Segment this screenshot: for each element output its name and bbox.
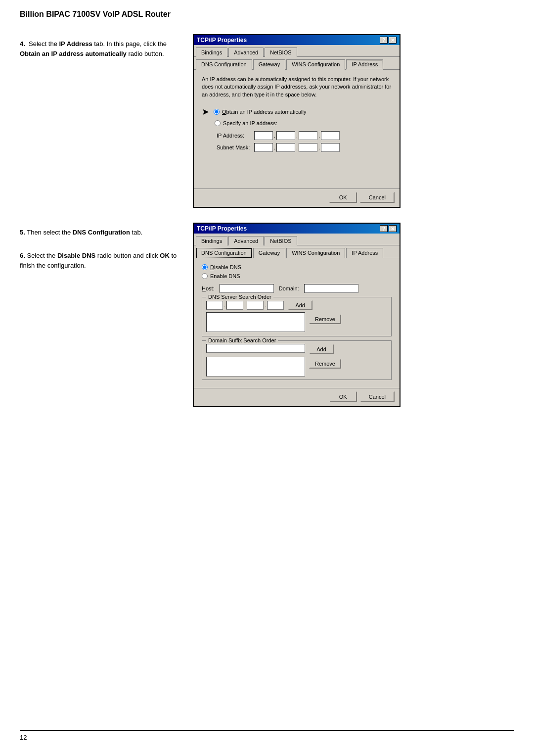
domain-suffix-add-btn[interactable]: Add	[309, 344, 334, 354]
dns-server-list[interactable]	[206, 312, 305, 332]
domain-suffix-label: Domain Suffix Search Order	[206, 337, 278, 343]
ip-address-bold: IP Address	[59, 40, 92, 47]
ip-address-inputs: . . .	[254, 131, 340, 140]
section-2: 5. Then select the DNS Configuration tab…	[20, 223, 514, 407]
dialog-col-1: TCP/IP Properties ? ✕ Bindings Advanced …	[193, 34, 514, 208]
ip-octet-2[interactable]	[276, 131, 295, 140]
dialog2-close-btn[interactable]: ✕	[389, 225, 397, 232]
radio-obtain-ip-label: Obtain an IP address automatically	[222, 109, 306, 115]
host-label: Host:	[202, 285, 215, 291]
dialog-col-2: TCP/IP Properties ? ✕ Bindings Advanced …	[193, 223, 514, 407]
radio-obtain-ip-input[interactable]	[214, 109, 220, 115]
domain-suffix-list[interactable]	[206, 357, 305, 377]
dialog1-ok-btn[interactable]: OK	[329, 192, 357, 203]
tab-advanced-1[interactable]: Advanced	[228, 47, 264, 57]
subnet-octet-2[interactable]	[276, 143, 295, 152]
subnet-octet-3[interactable]	[299, 143, 317, 152]
ip-octet-4[interactable]	[321, 131, 340, 140]
dialog1-help-btn[interactable]: ?	[380, 37, 388, 44]
tab-bindings-2[interactable]: Bindings	[196, 236, 227, 245]
dns-server-input-row: . . . Add	[206, 300, 387, 310]
dialog1-cancel-btn[interactable]: Cancel	[360, 192, 395, 203]
obtain-ip-bold: Obtain an IP address automatically	[20, 50, 127, 57]
dialog2-body: Disable DNS Enable DNS Host: Domain:	[194, 258, 400, 388]
tab-bindings-1[interactable]: Bindings	[196, 47, 227, 57]
dialog1-controls: ? ✕	[380, 37, 397, 44]
dialog2-footer: OK Cancel	[194, 388, 400, 406]
radio-obtain-ip: ➤ Obtain an IP address automatically	[202, 106, 392, 117]
dialog1-close-btn[interactable]: ✕	[389, 37, 397, 44]
dns-radio-group: Disable DNS Enable DNS	[202, 264, 392, 279]
dialog2-cancel-btn[interactable]: Cancel	[360, 391, 395, 402]
radio-group-1: ➤ Obtain an IP address automatically Spe…	[202, 106, 392, 126]
dialog1-tabs-row2: DNS Configuration Gateway WINS Configura…	[194, 57, 400, 70]
ip-address-field-row: IP Address: . . .	[217, 131, 392, 140]
tab-ip-address-1[interactable]: IP Address	[346, 59, 383, 70]
tab-gateway-1[interactable]: Gateway	[253, 59, 285, 70]
dialog2-help-btn[interactable]: ?	[380, 225, 388, 232]
subnet-octet-1[interactable]	[254, 143, 273, 152]
page-header: Billion BIPAC 7100SV VoIP ADSL Router	[20, 10, 514, 24]
dialog2-tabs: Bindings Advanced NetBIOS DNS Configurat…	[194, 234, 400, 258]
tab-ip-address-2[interactable]: IP Address	[346, 248, 383, 258]
domain-input[interactable]	[304, 284, 358, 293]
host-domain-row: Host: Domain:	[202, 284, 392, 293]
radio-specify-ip-input[interactable]	[215, 120, 221, 126]
domain-suffix-group: Domain Suffix Search Order Add Remove	[202, 340, 392, 380]
dialog2-ok-btn[interactable]: OK	[329, 391, 357, 402]
tab-dns-config-1[interactable]: DNS Configuration	[196, 59, 252, 70]
radio-specify-ip: Specify an IP address:	[215, 120, 392, 126]
subnet-mask-label: Subnet Mask:	[217, 144, 251, 150]
dns-server-octet-4[interactable]	[267, 301, 284, 310]
dialog2-controls: ? ✕	[380, 225, 397, 232]
text-col-1: 4. Select the IP Address tab. In this pa…	[20, 34, 178, 62]
ip-octet-1[interactable]	[254, 131, 273, 140]
radio-enable-dns: Enable DNS	[202, 273, 392, 279]
ip-octet-3[interactable]	[299, 131, 317, 140]
dialog2-titlebar: TCP/IP Properties ? ✕	[194, 224, 400, 234]
dialog1-titlebar: TCP/IP Properties ? ✕	[194, 35, 400, 45]
text-col-2: 5. Then select the DNS Configuration tab…	[20, 223, 178, 274]
step-5-text: 5. Then select the DNS Configuration tab…	[20, 228, 178, 237]
radio-disable-dns-label: Disable DNS	[210, 264, 241, 270]
ok-bold: OK	[160, 252, 170, 259]
tab-wins-2[interactable]: WINS Configuration	[286, 248, 345, 258]
subnet-mask-field-row: Subnet Mask: . . .	[217, 143, 392, 152]
tab-netbios-2[interactable]: NetBIOS	[265, 236, 297, 245]
arrow-icon: ➤	[202, 106, 209, 117]
dns-server-octet-1[interactable]	[206, 301, 223, 310]
dns-config-bold: DNS Configuration	[73, 229, 130, 236]
dns-server-octet-3[interactable]	[247, 301, 264, 310]
radio-disable-dns: Disable DNS	[202, 264, 392, 270]
dialog1-tabs-row1: Bindings Advanced NetBIOS	[194, 45, 400, 57]
tab-netbios-1[interactable]: NetBIOS	[265, 47, 297, 57]
page-title: Billion BIPAC 7100SV VoIP ADSL Router	[20, 10, 514, 19]
tab-wins-1[interactable]: WINS Configuration	[286, 59, 345, 70]
disable-dns-bold: Disable DNS	[57, 252, 95, 259]
domain-suffix-remove-btn[interactable]: Remove	[309, 359, 341, 369]
dns-server-list-row: Remove	[206, 312, 387, 333]
tab-gateway-2[interactable]: Gateway	[253, 248, 285, 258]
page-number: 12	[20, 734, 27, 741]
dialog1-footer: OK Cancel	[194, 189, 400, 207]
radio-enable-dns-label: Enable DNS	[210, 273, 240, 279]
dns-server-octet-2[interactable]	[226, 301, 243, 310]
dns-server-search-label: DNS Server Search Order	[206, 294, 273, 300]
tab-dns-config-2[interactable]: DNS Configuration	[196, 248, 252, 258]
dns-server-remove-btn[interactable]: Remove	[309, 314, 341, 324]
dns-server-ip-field: . . .	[206, 301, 284, 310]
radio-enable-dns-input[interactable]	[202, 273, 208, 279]
dialog1-body: An IP address can be automatically assig…	[194, 70, 400, 189]
domain-suffix-input[interactable]	[206, 344, 305, 353]
section-1: 4. Select the IP Address tab. In this pa…	[20, 34, 514, 208]
tab-advanced-2[interactable]: Advanced	[228, 236, 264, 245]
host-input[interactable]	[220, 284, 274, 293]
dns-server-add-btn[interactable]: Add	[288, 300, 312, 310]
tcpip-dialog-1: TCP/IP Properties ? ✕ Bindings Advanced …	[193, 34, 400, 208]
dialog1-tabs: Bindings Advanced NetBIOS DNS Configurat…	[194, 45, 400, 70]
dialog2-tabs-row2: DNS Configuration Gateway WINS Configura…	[194, 245, 400, 258]
subnet-octet-4[interactable]	[321, 143, 340, 152]
radio-disable-dns-input[interactable]	[202, 264, 208, 270]
radio-specify-ip-label: Specify an IP address:	[223, 120, 277, 126]
page-container: Billion BIPAC 7100SV VoIP ADSL Router 4.…	[0, 0, 534, 756]
